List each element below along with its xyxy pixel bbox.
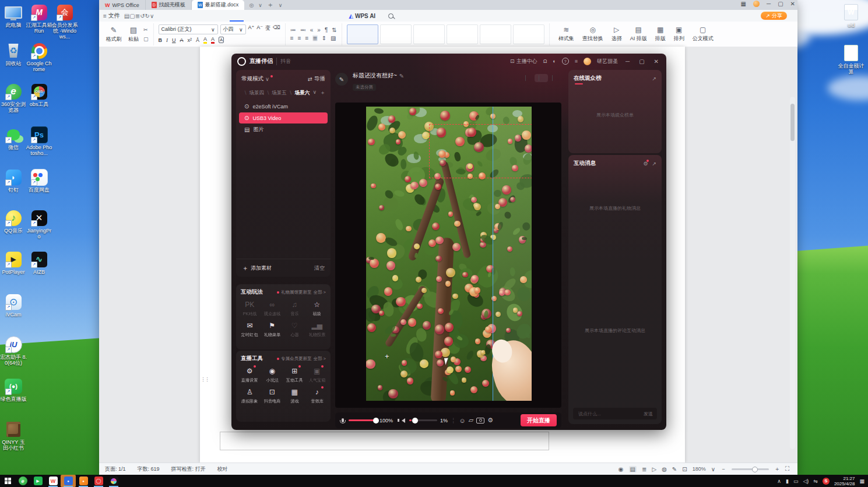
desktop-icon[interactable]: 全自金额计算 (838, 44, 865, 75)
desktop-icon[interactable]: AIZB (26, 250, 52, 275)
title-edit-pencil-icon[interactable]: ✎ (399, 73, 404, 79)
maximize-button[interactable]: ▢ (778, 1, 783, 7)
fit-page-icon[interactable]: ⊡ (682, 466, 687, 472)
desktop-icon[interactable]: 百度网盘 (26, 168, 52, 193)
ribbon-tab[interactable] (314, 10, 328, 22)
mode-select[interactable]: 常规模式 (241, 75, 263, 83)
align-left-icon[interactable]: ≡ (290, 35, 294, 41)
mode-dropdown-icon[interactable]: ∨ (265, 76, 269, 82)
play-feature-button[interactable]: ✉ 定时红包 (238, 320, 261, 338)
username[interactable]: 研艺甜圣 (597, 58, 618, 65)
desktop-icon[interactable]: QQ音乐 (0, 209, 27, 234)
live-maximize-button[interactable]: ▢ (637, 58, 646, 65)
tool-feature-button[interactable]: ♙ 虚拟形象 (238, 387, 261, 404)
desktop-icon[interactable]: obs工具 (26, 83, 52, 107)
tool-feature-button[interactable]: ▦ 游戏 (283, 387, 306, 404)
paste-button[interactable]: ▤粘贴 (124, 26, 143, 43)
ribbon-tool[interactable]: ▤AI 排版 (626, 26, 651, 43)
account-avatar[interactable] (753, 1, 760, 7)
scene-tab[interactable]: 场景四 (241, 90, 264, 97)
play-feature-button[interactable]: ♡ 心愿 (283, 320, 306, 338)
camera-preview-fruit-tree[interactable] (366, 107, 532, 401)
web-view-icon[interactable]: ◍ (662, 466, 667, 472)
taskbar-app-button[interactable] (15, 475, 30, 487)
taskbar-app-button[interactable] (30, 475, 45, 487)
tools-all-link[interactable]: 全部 > (314, 356, 326, 362)
messages-settings-icon[interactable]: ⚙ (643, 161, 648, 167)
category-tag[interactable]: 未选分类 (353, 84, 376, 91)
play-feature-button[interactable]: ⚑ 礼物菜单 (261, 320, 284, 338)
new-tab-button[interactable]: ＋ (267, 0, 274, 10)
bold-button[interactable]: B (159, 37, 163, 43)
shading-icon[interactable]: ▨ (331, 35, 336, 41)
taskbar-app-button[interactable] (91, 475, 106, 487)
play-feature-button[interactable]: ☆ 福袋 (306, 299, 329, 317)
redo-icon[interactable]: ↻ (145, 13, 150, 19)
strikethrough-button[interactable]: A (180, 37, 184, 43)
desktop-icon[interactable]: 江湖工具箱 Run (26, 3, 52, 34)
underline-button[interactable]: U (172, 37, 176, 43)
touch-keyboard-icon[interactable]: ▦ (859, 478, 865, 484)
taskbar-app-button[interactable] (76, 475, 91, 487)
scene-dropdown-icon[interactable]: ∨ (312, 89, 317, 97)
popout-icon[interactable]: ↗ (652, 161, 656, 167)
settings-gear-icon[interactable]: ⚙ (487, 417, 493, 424)
search-icon[interactable] (388, 13, 393, 19)
live-minimize-button[interactable]: ─ (624, 58, 631, 65)
ribbon-tool[interactable]: ▷选择 (607, 26, 626, 43)
help-icon[interactable]: ? (562, 58, 569, 65)
ribbon-tool[interactable]: ◎查找替换 (578, 26, 607, 43)
anchor-center-button[interactable]: ⊡主播中心 (510, 58, 537, 65)
highlight-color-button[interactable]: A (203, 36, 207, 44)
start-button[interactable] (0, 475, 15, 487)
source-item[interactable]: ▤图片 (239, 124, 328, 135)
style-item[interactable] (413, 24, 445, 44)
desktop-icon[interactable]: uid (838, 3, 865, 28)
number-list-icon[interactable]: ≕ (300, 27, 306, 33)
tool-feature-button[interactable]: ⊞ 互动工具 (283, 366, 306, 383)
screen-mode-option[interactable] (535, 74, 548, 82)
add-scene-button[interactable]: ＋ (320, 89, 325, 97)
menu-file[interactable]: ≡文件 (103, 12, 120, 20)
more-commands-icon[interactable]: ∨ (150, 13, 154, 19)
desktop-icon[interactable]: 宏杰助手 8.0(64位) (0, 336, 27, 366)
ribbon-tab[interactable] (300, 10, 314, 22)
page-view-icon[interactable]: ▤ (629, 466, 637, 472)
font-family-select[interactable]: Calibri (正文)∨ (159, 24, 218, 34)
tray-volume-icon[interactable]: ◁) (803, 478, 809, 484)
zoom-out-button[interactable]: － (721, 465, 726, 473)
italic-button[interactable]: I (166, 37, 168, 43)
clear-button[interactable]: 清空 (314, 264, 325, 272)
change-case-icon[interactable]: 变 (265, 24, 270, 34)
tool-feature-button[interactable]: ⊡ 抖音电商 (261, 387, 284, 404)
tray-settings-icon[interactable]: ⇋ (813, 478, 818, 484)
taskbar-clock[interactable]: 21:27 2025/4/28 (834, 476, 855, 486)
viewers-tab[interactable]: 在线观众榜 (574, 75, 602, 82)
close-button[interactable]: ✕ (790, 1, 795, 7)
add-material-button[interactable]: ＋添加素材 (242, 264, 272, 273)
read-mode-icon[interactable]: ▷ (652, 466, 656, 472)
tab-more-icon[interactable]: ∨ (258, 2, 262, 8)
desktop-icon[interactable]: Adobe Photosho... (26, 126, 52, 156)
zoom-slider-knob[interactable] (752, 467, 758, 472)
taskbar-app-button[interactable] (45, 475, 61, 487)
play-all-link[interactable]: 全部 > (314, 290, 326, 295)
widgets-icon[interactable]: ▦ (741, 1, 746, 7)
tool-feature-button[interactable]: ◉ 小玩法 (261, 366, 284, 383)
ribbon-tool[interactable]: ≋样式集 (554, 26, 578, 43)
desktop-icon[interactable]: 此电脑 (0, 3, 27, 28)
grow-font-icon[interactable]: A⁺ (248, 24, 255, 34)
desktop-icon[interactable]: 回收站 (0, 42, 27, 66)
menu-icon[interactable]: ≡ (575, 58, 578, 64)
tab-sync-icon[interactable]: ◎ (249, 2, 254, 8)
style-item[interactable] (380, 24, 412, 44)
source-item[interactable]: ⊙e2eSoft iVCam (239, 101, 328, 112)
tray-mic-icon[interactable]: ▮ (786, 478, 789, 484)
camera-icon[interactable] (476, 418, 484, 424)
desktop-icon[interactable]: 微信 (0, 126, 27, 150)
align-right-icon[interactable]: ≡ (305, 35, 308, 41)
undo-icon[interactable]: ↺ (140, 13, 145, 19)
desktop-icon[interactable]: JianyingPro (26, 209, 52, 239)
font-size-select[interactable]: 小四∨ (220, 24, 246, 34)
ribbon-tool[interactable]: ▣排列 (670, 26, 688, 43)
